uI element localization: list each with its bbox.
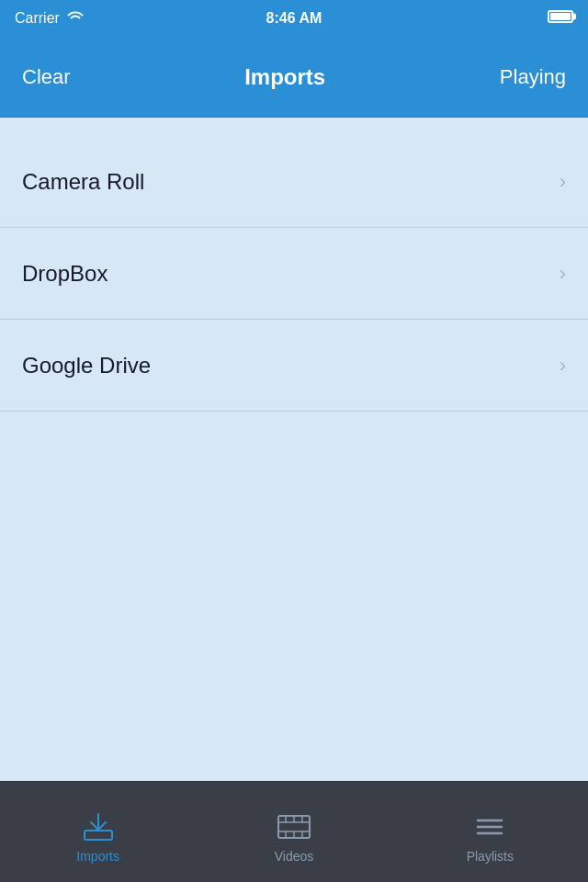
nav-bar: Clear Imports Playing [0, 37, 588, 118]
dropbox-label: DropBox [22, 261, 107, 287]
status-time: 8:46 AM [266, 10, 322, 27]
chevron-icon: › [560, 262, 566, 286]
chevron-icon: › [560, 170, 566, 194]
tab-playlists[interactable]: Playlists [392, 801, 588, 864]
chevron-icon: › [560, 354, 566, 378]
clear-button[interactable]: Clear [22, 65, 71, 89]
list-item[interactable]: Camera Roll › [0, 136, 588, 228]
svg-rect-0 [85, 831, 112, 840]
wifi-icon [67, 10, 84, 27]
tab-videos-label: Videos [275, 849, 314, 864]
status-bar: Carrier 8:46 AM [0, 0, 588, 37]
tab-bar: Imports Videos [0, 781, 588, 882]
camera-roll-label: Camera Roll [22, 169, 144, 195]
import-icon [79, 810, 118, 843]
google-drive-label: Google Drive [22, 353, 151, 379]
page-title: Imports [244, 64, 325, 90]
tab-playlists-label: Playlists [467, 849, 514, 864]
playing-button[interactable]: Playing [500, 65, 566, 89]
carrier-label: Carrier [15, 10, 60, 27]
list-item[interactable]: DropBox › [0, 228, 588, 320]
list-item[interactable]: Google Drive › [0, 320, 588, 412]
content-area: Camera Roll › DropBox › Google Drive › [0, 136, 588, 412]
playlist-icon [470, 810, 509, 843]
status-right [548, 10, 573, 27]
status-left: Carrier [15, 10, 84, 27]
tab-videos[interactable]: Videos [196, 801, 391, 864]
tab-imports[interactable]: Imports [0, 801, 196, 864]
tab-imports-label: Imports [76, 849, 119, 864]
video-icon [275, 810, 313, 843]
battery-icon [548, 10, 573, 27]
